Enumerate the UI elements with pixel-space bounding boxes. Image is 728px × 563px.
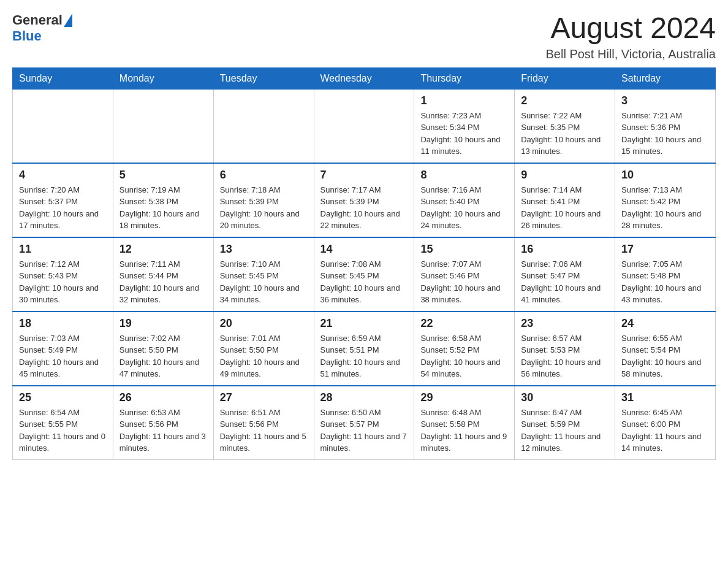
table-row: 31 Sunrise: 6:45 AMSunset: 6:00 PMDaylig… <box>615 386 716 460</box>
calendar-week-row: 18 Sunrise: 7:03 AMSunset: 5:49 PMDaylig… <box>13 312 716 386</box>
day-number: 13 <box>220 243 308 256</box>
table-row: 15 Sunrise: 7:07 AMSunset: 5:46 PMDaylig… <box>414 237 515 312</box>
table-row <box>13 89 113 163</box>
table-row: 8 Sunrise: 7:16 AMSunset: 5:40 PMDayligh… <box>414 163 515 237</box>
day-info: Sunrise: 7:18 AMSunset: 5:39 PMDaylight:… <box>220 185 300 231</box>
logo: General Blue <box>12 12 72 44</box>
day-info: Sunrise: 7:14 AMSunset: 5:41 PMDaylight:… <box>521 185 601 231</box>
table-row: 21 Sunrise: 6:59 AMSunset: 5:51 PMDaylig… <box>314 312 414 386</box>
day-info: Sunrise: 7:22 AMSunset: 5:35 PMDaylight:… <box>521 111 601 156</box>
header-row: Sunday Monday Tuesday Wednesday Thursday… <box>13 67 716 89</box>
table-row: 3 Sunrise: 7:21 AMSunset: 5:36 PMDayligh… <box>615 89 716 163</box>
day-info: Sunrise: 6:50 AMSunset: 5:57 PMDaylight:… <box>320 408 407 453</box>
col-tuesday: Tuesday <box>213 67 314 89</box>
day-info: Sunrise: 7:12 AMSunset: 5:43 PMDaylight:… <box>19 259 99 305</box>
day-info: Sunrise: 6:57 AMSunset: 5:53 PMDaylight:… <box>521 334 601 379</box>
table-row: 6 Sunrise: 7:18 AMSunset: 5:39 PMDayligh… <box>213 163 314 237</box>
calendar-week-row: 4 Sunrise: 7:20 AMSunset: 5:37 PMDayligh… <box>13 163 716 237</box>
table-row: 7 Sunrise: 7:17 AMSunset: 5:39 PMDayligh… <box>314 163 414 237</box>
day-number: 23 <box>521 317 609 330</box>
table-row: 5 Sunrise: 7:19 AMSunset: 5:38 PMDayligh… <box>113 163 213 237</box>
table-row: 25 Sunrise: 6:54 AMSunset: 5:55 PMDaylig… <box>13 386 113 460</box>
day-info: Sunrise: 6:59 AMSunset: 5:51 PMDaylight:… <box>320 334 400 379</box>
day-info: Sunrise: 7:03 AMSunset: 5:49 PMDaylight:… <box>19 334 99 379</box>
day-number: 19 <box>119 317 207 330</box>
day-number: 18 <box>19 317 107 330</box>
day-number: 24 <box>621 317 709 330</box>
day-info: Sunrise: 6:48 AMSunset: 5:58 PMDaylight:… <box>420 408 507 453</box>
title-area: August 2024 Bell Post Hill, Victoria, Au… <box>545 12 716 61</box>
day-info: Sunrise: 7:10 AMSunset: 5:45 PMDaylight:… <box>220 259 300 305</box>
day-number: 30 <box>521 391 609 404</box>
calendar-table: Sunday Monday Tuesday Wednesday Thursday… <box>12 67 716 460</box>
day-number: 2 <box>521 94 609 107</box>
col-wednesday: Wednesday <box>314 67 414 89</box>
month-title: August 2024 <box>545 12 716 45</box>
day-number: 14 <box>320 243 408 256</box>
day-number: 27 <box>220 391 308 404</box>
day-number: 8 <box>420 169 508 182</box>
calendar-week-row: 25 Sunrise: 6:54 AMSunset: 5:55 PMDaylig… <box>13 386 716 460</box>
day-info: Sunrise: 7:07 AMSunset: 5:46 PMDaylight:… <box>420 259 500 305</box>
calendar-week-row: 1 Sunrise: 7:23 AMSunset: 5:34 PMDayligh… <box>13 89 716 163</box>
day-number: 28 <box>320 391 408 404</box>
day-info: Sunrise: 7:11 AMSunset: 5:44 PMDaylight:… <box>119 259 199 305</box>
table-row: 11 Sunrise: 7:12 AMSunset: 5:43 PMDaylig… <box>13 237 113 312</box>
day-info: Sunrise: 7:20 AMSunset: 5:37 PMDaylight:… <box>19 185 99 231</box>
table-row: 26 Sunrise: 6:53 AMSunset: 5:56 PMDaylig… <box>113 386 213 460</box>
day-info: Sunrise: 7:19 AMSunset: 5:38 PMDaylight:… <box>119 185 199 231</box>
day-info: Sunrise: 7:17 AMSunset: 5:39 PMDaylight:… <box>320 185 400 231</box>
day-number: 15 <box>420 243 508 256</box>
table-row: 13 Sunrise: 7:10 AMSunset: 5:45 PMDaylig… <box>213 237 314 312</box>
day-number: 26 <box>119 391 207 404</box>
table-row: 16 Sunrise: 7:06 AMSunset: 5:47 PMDaylig… <box>515 237 615 312</box>
page-header: General Blue August 2024 Bell Post Hill,… <box>12 12 716 61</box>
location-subtitle: Bell Post Hill, Victoria, Australia <box>545 47 716 61</box>
table-row <box>113 89 213 163</box>
day-info: Sunrise: 7:02 AMSunset: 5:50 PMDaylight:… <box>119 334 199 379</box>
day-info: Sunrise: 7:23 AMSunset: 5:34 PMDaylight:… <box>420 111 500 156</box>
table-row: 12 Sunrise: 7:11 AMSunset: 5:44 PMDaylig… <box>113 237 213 312</box>
table-row: 24 Sunrise: 6:55 AMSunset: 5:54 PMDaylig… <box>615 312 716 386</box>
day-info: Sunrise: 6:45 AMSunset: 6:00 PMDaylight:… <box>621 408 701 453</box>
day-info: Sunrise: 6:51 AMSunset: 5:56 PMDaylight:… <box>220 408 306 453</box>
day-number: 20 <box>220 317 308 330</box>
table-row: 29 Sunrise: 6:48 AMSunset: 5:58 PMDaylig… <box>414 386 515 460</box>
table-row: 30 Sunrise: 6:47 AMSunset: 5:59 PMDaylig… <box>515 386 615 460</box>
day-number: 6 <box>220 169 308 182</box>
day-number: 12 <box>119 243 207 256</box>
col-thursday: Thursday <box>414 67 515 89</box>
table-row: 22 Sunrise: 6:58 AMSunset: 5:52 PMDaylig… <box>414 312 515 386</box>
day-number: 5 <box>119 169 207 182</box>
table-row: 14 Sunrise: 7:08 AMSunset: 5:45 PMDaylig… <box>314 237 414 312</box>
logo-general-text: General <box>12 12 63 28</box>
day-number: 1 <box>420 94 508 107</box>
logo-blue-text: Blue <box>12 28 42 44</box>
day-number: 16 <box>521 243 609 256</box>
day-info: Sunrise: 7:06 AMSunset: 5:47 PMDaylight:… <box>521 259 601 305</box>
day-info: Sunrise: 7:13 AMSunset: 5:42 PMDaylight:… <box>621 185 701 231</box>
table-row: 10 Sunrise: 7:13 AMSunset: 5:42 PMDaylig… <box>615 163 716 237</box>
day-number: 21 <box>320 317 408 330</box>
table-row: 28 Sunrise: 6:50 AMSunset: 5:57 PMDaylig… <box>314 386 414 460</box>
day-number: 29 <box>420 391 508 404</box>
table-row <box>213 89 314 163</box>
table-row: 2 Sunrise: 7:22 AMSunset: 5:35 PMDayligh… <box>515 89 615 163</box>
col-sunday: Sunday <box>13 67 113 89</box>
col-monday: Monday <box>113 67 213 89</box>
table-row: 9 Sunrise: 7:14 AMSunset: 5:41 PMDayligh… <box>515 163 615 237</box>
table-row: 20 Sunrise: 7:01 AMSunset: 5:50 PMDaylig… <box>213 312 314 386</box>
day-info: Sunrise: 6:53 AMSunset: 5:56 PMDaylight:… <box>119 408 206 453</box>
day-number: 10 <box>621 169 709 182</box>
day-number: 4 <box>19 169 107 182</box>
day-info: Sunrise: 7:21 AMSunset: 5:36 PMDaylight:… <box>621 111 701 156</box>
day-number: 25 <box>19 391 107 404</box>
day-number: 3 <box>621 94 709 107</box>
table-row <box>314 89 414 163</box>
col-saturday: Saturday <box>615 67 716 89</box>
table-row: 23 Sunrise: 6:57 AMSunset: 5:53 PMDaylig… <box>515 312 615 386</box>
table-row: 27 Sunrise: 6:51 AMSunset: 5:56 PMDaylig… <box>213 386 314 460</box>
day-info: Sunrise: 7:08 AMSunset: 5:45 PMDaylight:… <box>320 259 400 305</box>
day-info: Sunrise: 6:54 AMSunset: 5:55 PMDaylight:… <box>19 408 105 453</box>
col-friday: Friday <box>515 67 615 89</box>
